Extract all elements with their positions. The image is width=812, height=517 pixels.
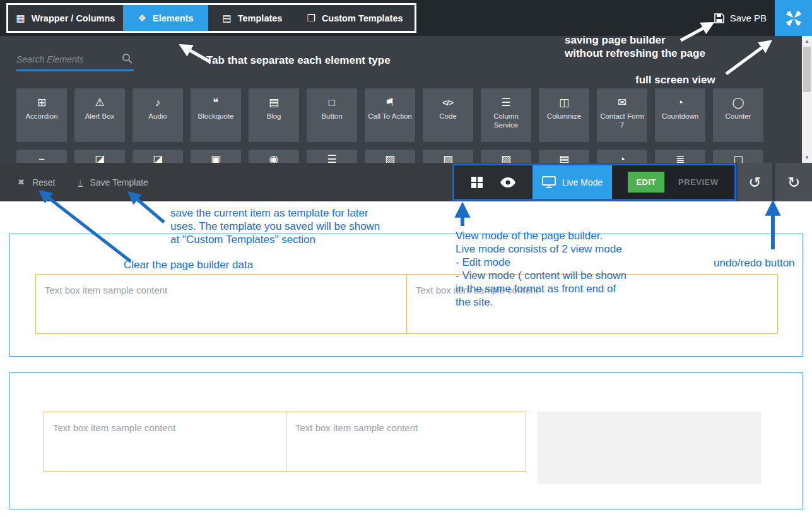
elements-icon: ❖ <box>138 13 146 24</box>
element-tile-label: Columnize <box>545 112 583 121</box>
element-tile-countdown[interactable]: ◔Countdown <box>655 88 705 142</box>
element-tile-image[interactable]: ▨ <box>423 150 473 163</box>
element-tile-book[interactable]: ▣ <box>191 150 241 163</box>
undo-button[interactable]: ↺ <box>738 163 772 201</box>
search-elements-box <box>16 52 134 71</box>
element-tile-list[interactable]: ☰ <box>307 150 357 163</box>
columnize-icon: ◫ <box>559 97 569 109</box>
page-builder-screen: ▦Wrapper / Columns❖Elements▤Templates❐Cu… <box>0 0 812 517</box>
element-tile-label: Accordion <box>23 112 59 121</box>
element-tile-button[interactable]: □Button <box>307 88 357 142</box>
annotation-fullscreen-note: full screen view <box>635 73 715 86</box>
panel-scrollbar[interactable]: ▲ ▼ <box>802 36 812 163</box>
fullscreen-button[interactable] <box>775 0 812 36</box>
element-tile-audio[interactable]: ♪Audio <box>132 88 183 142</box>
blog-icon: ▤ <box>269 97 279 109</box>
compress-icon <box>786 11 801 26</box>
element-tile-label: Blog <box>264 112 283 121</box>
contact-form-7-icon: ✉ <box>618 97 627 109</box>
tab-elements[interactable]: ❖Elements <box>123 5 208 31</box>
element-tile-counter[interactable]: ◯Counter <box>713 88 763 142</box>
counter-icon: ◯ <box>732 97 744 109</box>
element-tile-image-box[interactable]: ◪ <box>74 150 125 163</box>
element-tile-image[interactable]: ▨ <box>365 150 415 163</box>
textbox-placeholder: Text box item sample content <box>45 285 167 295</box>
element-tile-marker[interactable]: ◉ <box>249 150 299 163</box>
element-tile-blockquote[interactable]: ❝Blockquote <box>191 88 241 142</box>
element-tile-label: Countdown <box>660 112 700 121</box>
builder-toolbar: ✖ Reset ↓ Save Template Live Mod <box>0 163 812 201</box>
element-tile-code[interactable]: </>Code <box>423 88 473 142</box>
scroll-up-icon[interactable]: ▲ <box>802 39 812 44</box>
element-tile-contact-form-7[interactable]: ✉Contact Form 7 <box>597 88 647 142</box>
scrollbar-thumb[interactable] <box>803 47 811 92</box>
element-tile-call-to-action[interactable]: ⚑Call To Action <box>365 88 415 142</box>
annotation-view-mode-note: View mode of the page builder. Live mode… <box>456 229 627 309</box>
image-icon: ▨ <box>443 153 453 163</box>
save-template-button[interactable]: ↓ Save Template <box>78 163 148 201</box>
save-pb-button[interactable]: Save PB <box>714 0 767 36</box>
clock-icon: ◔ <box>619 153 625 163</box>
element-tile-accordion[interactable]: ⊞Accordion <box>16 88 67 142</box>
empty-column-placeholder <box>537 412 761 484</box>
monitor-icon <box>542 176 556 188</box>
element-tiles-row-1: ⊞Accordion⚠Alert Box♪Audio❝Blockquote▤Bl… <box>16 88 763 142</box>
element-tile-alert-box[interactable]: ⚠Alert Box <box>74 88 125 142</box>
tab-label: Templates <box>238 13 283 23</box>
textbox-placeholder: Text box item sample content <box>295 422 418 433</box>
edit-mode-button[interactable]: EDIT <box>628 172 664 193</box>
live-mode-label: Live Mode <box>562 177 603 187</box>
templates-icon: ▤ <box>223 13 232 24</box>
element-tile-image-box[interactable]: ◪ <box>132 150 183 163</box>
element-tile-label: Column Service <box>481 112 531 129</box>
x-icon: ✖ <box>18 177 25 187</box>
element-tile-divider[interactable]: − <box>16 150 67 163</box>
wrapper-section-2[interactable]: Text box item sample content Text box it… <box>9 372 803 509</box>
eye-icon[interactable] <box>500 177 515 187</box>
column-service-icon: ☰ <box>501 97 510 109</box>
tab-custom-templates[interactable]: ❐Custom Templates <box>297 5 413 31</box>
search-elements-input[interactable] <box>16 52 117 69</box>
accordion-icon: ⊞ <box>37 97 46 109</box>
element-tile-briefcase[interactable]: ▢ <box>713 150 763 163</box>
image-icon: ▨ <box>385 153 395 163</box>
element-tile-clock[interactable]: ◔ <box>597 150 647 163</box>
save-pb-label: Save PB <box>730 13 767 23</box>
alert-box-icon: ⚠ <box>95 97 104 109</box>
scroll-down-icon[interactable]: ▼ <box>802 155 812 160</box>
tab-wrapper-columns[interactable]: ▦Wrapper / Columns <box>8 5 123 31</box>
wrapper-section-1[interactable]: Text box item sample content Text box it… <box>9 234 803 357</box>
layout-view-buttons <box>454 165 533 199</box>
textbox-item-3[interactable]: Text box item sample content <box>44 412 286 472</box>
tab-templates[interactable]: ▤Templates <box>208 5 297 31</box>
element-tile-label: Contact Form 7 <box>597 112 647 129</box>
reset-button[interactable]: ✖ Reset <box>18 163 55 201</box>
topbar: ▦Wrapper / Columns❖Elements▤Templates❐Cu… <box>0 0 812 36</box>
floppy-disk-icon <box>714 13 724 23</box>
list-icon: ☰ <box>327 153 336 163</box>
element-tile-label: Call To Action <box>366 112 413 121</box>
tab-label: Wrapper / Columns <box>32 13 115 23</box>
element-tile-document[interactable]: ▤ <box>539 150 589 163</box>
call-to-action-icon: ⚑ <box>385 97 394 109</box>
textbox-item-1[interactable]: Text box item sample content <box>35 274 407 334</box>
grid-view-icon[interactable] <box>471 177 483 188</box>
redo-button[interactable]: ↻ <box>775 163 812 201</box>
element-tile-label: Code <box>437 112 459 121</box>
download-icon: ↓ <box>78 178 83 187</box>
element-tile-blog[interactable]: ▤Blog <box>249 88 299 142</box>
element-tile-indent[interactable]: ≣ <box>655 150 705 163</box>
element-tile-columnize[interactable]: ◫Columnize <box>539 88 589 142</box>
image-box-icon: ◪ <box>153 153 163 163</box>
divider-icon: − <box>38 153 45 163</box>
undo-icon: ↺ <box>748 174 761 191</box>
textbox-item-4[interactable]: Text box item sample content <box>286 412 526 472</box>
element-tile-column-service[interactable]: ☰Column Service <box>481 88 531 142</box>
tab-label: Elements <box>153 13 193 23</box>
element-tile-label: Button <box>319 112 344 121</box>
button-icon: □ <box>329 97 335 109</box>
element-tile-label: Counter <box>724 112 753 121</box>
element-tile-image[interactable]: ▨ <box>481 150 531 163</box>
preview-mode-button[interactable]: PREVIEW <box>678 177 718 187</box>
live-mode-button[interactable]: Live Mode <box>533 165 612 199</box>
